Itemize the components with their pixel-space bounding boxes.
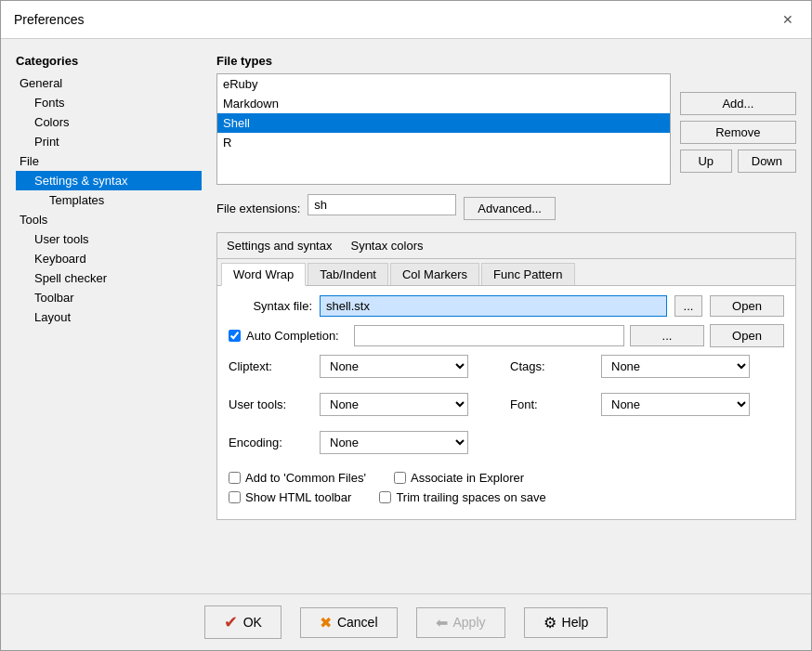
file-types-section: File types eRuby Markdown Shell R Add...… [216, 54, 796, 185]
up-button[interactable]: Up [680, 150, 732, 173]
file-list-container: eRuby Markdown Shell R [216, 73, 671, 185]
syntax-file-open-button[interactable]: Open [710, 295, 784, 317]
auto-completion-open-button[interactable]: Open [710, 324, 784, 347]
cancel-label: Cancel [337, 615, 378, 630]
settings-syntax-area: Settings and syntax Syntax colors Word W… [216, 232, 796, 520]
close-button[interactable]: ✕ [778, 10, 798, 29]
ctags-select[interactable]: None [601, 355, 750, 378]
cliptext-select[interactable]: None [320, 355, 468, 378]
apply-icon: ⬅ [436, 614, 448, 631]
add-common-files-item: Add to 'Common Files' [229, 471, 366, 485]
file-list-item-shell[interactable]: Shell [217, 113, 670, 133]
add-common-files-checkbox[interactable] [229, 472, 241, 484]
syntax-file-browse-button[interactable]: ... [674, 295, 702, 317]
apply-label: Apply [453, 615, 486, 630]
file-list-item-r[interactable]: R [217, 133, 670, 152]
ok-label: OK [243, 615, 262, 630]
trim-trailing-checkbox[interactable] [379, 491, 391, 503]
tab-func-pattern[interactable]: Func Pattern [481, 263, 574, 285]
tree-item-general[interactable]: General [16, 73, 202, 93]
font-select[interactable]: None [601, 393, 750, 416]
trim-trailing-item: Trim trailing spaces on save [379, 490, 545, 504]
ok-button[interactable]: ✔ OK [204, 605, 282, 639]
add-button[interactable]: Add... [680, 92, 796, 115]
show-html-toolbar-label: Show HTML toolbar [245, 490, 351, 504]
auto-completion-row: Auto Completion: ... Open [229, 324, 784, 347]
associate-explorer-checkbox[interactable] [394, 472, 406, 484]
ctags-label: Ctags: [510, 359, 594, 373]
help-label: Help [562, 615, 589, 630]
tab-col-markers[interactable]: Col Markers [390, 263, 479, 285]
file-types-header: File types [216, 54, 796, 68]
tree-item-settings-syntax[interactable]: Settings & syntax [16, 171, 202, 190]
tree-item-colors[interactable]: Colors [16, 112, 202, 132]
show-html-toolbar-item: Show HTML toolbar [229, 490, 351, 504]
syntax-file-input[interactable] [320, 295, 667, 317]
tree-item-layout[interactable]: Layout [16, 307, 202, 327]
font-label: Font: [510, 397, 594, 411]
tab-content: Syntax file: ... Open Auto Completion: .… [217, 286, 795, 519]
preferences-dialog: Preferences ✕ Categories General Fonts C… [0, 0, 812, 651]
help-button[interactable]: ⚙ Help [524, 607, 609, 638]
cliptext-row: Cliptext: None [229, 355, 503, 378]
cancel-button[interactable]: ✖ Cancel [300, 607, 398, 638]
user-tools-label: User tools: [229, 397, 312, 411]
show-html-toolbar-checkbox[interactable] [229, 491, 241, 503]
syntax-file-label: Syntax file: [229, 299, 312, 313]
title-bar: Preferences ✕ [1, 1, 811, 39]
user-tools-select[interactable]: None [320, 393, 468, 416]
tree-item-keyboard[interactable]: Keyboard [16, 249, 202, 268]
tree-item-user-tools[interactable]: User tools [16, 229, 202, 249]
right-panel: File types eRuby Markdown Shell R Add...… [216, 54, 796, 579]
auto-completion-label: Auto Completion: [246, 329, 348, 343]
cancel-icon: ✖ [320, 614, 332, 631]
auto-completion-input[interactable] [354, 325, 624, 346]
encoding-label: Encoding: [229, 436, 312, 449]
footer: ✔ OK ✖ Cancel ⬅ Apply ⚙ Help [1, 593, 811, 650]
file-list-item-markdown[interactable]: Markdown [217, 94, 670, 113]
syntax-file-row: Syntax file: ... Open [229, 295, 784, 317]
associate-explorer-item: Associate in Explorer [394, 471, 524, 485]
user-tools-row: User tools: None [229, 393, 503, 416]
down-button[interactable]: Down [738, 150, 796, 173]
auto-completion-checkbox[interactable] [229, 330, 241, 342]
font-row: Font: None [510, 393, 784, 416]
syntax-colors-tab-label[interactable]: Syntax colors [341, 233, 432, 258]
file-type-buttons: Add... Remove Up Down [680, 73, 796, 185]
tab-word-wrap[interactable]: Word Wrap [221, 263, 306, 286]
settings-tab-header: Settings and syntax Syntax colors [217, 233, 795, 259]
tree-item-file[interactable]: File [16, 151, 202, 171]
file-extensions-label: File extensions: [216, 202, 300, 215]
help-icon: ⚙ [544, 614, 557, 631]
tree-item-tools[interactable]: Tools [16, 210, 202, 229]
categories-panel: Categories General Fonts Colors Print Fi… [16, 54, 202, 579]
settings-tab-label: Settings and syntax [217, 233, 341, 258]
trim-trailing-label: Trim trailing spaces on save [396, 490, 545, 504]
encoding-row: Encoding: None [229, 431, 503, 454]
tree-item-templates[interactable]: Templates [16, 190, 202, 210]
file-types-content: eRuby Markdown Shell R Add... Remove Up … [216, 73, 796, 185]
categories-header: Categories [16, 54, 202, 68]
main-content: Categories General Fonts Colors Print Fi… [1, 39, 811, 593]
tree-item-fonts[interactable]: Fonts [16, 93, 202, 112]
cliptext-label: Cliptext: [229, 359, 312, 373]
file-extensions-input[interactable] [308, 194, 456, 215]
associate-explorer-label: Associate in Explorer [411, 471, 524, 485]
remove-button[interactable]: Remove [680, 121, 796, 144]
tab-tab-indent[interactable]: Tab/Indent [308, 263, 388, 285]
add-common-files-label: Add to 'Common Files' [245, 471, 366, 485]
dialog-title: Preferences [14, 12, 84, 27]
advanced-button[interactable]: Advanced... [464, 197, 556, 220]
file-list-item-eruby[interactable]: eRuby [217, 74, 670, 94]
tree-item-spell-checker[interactable]: Spell checker [16, 268, 202, 288]
dropdowns-grid: Cliptext: None Ctags: None U [229, 355, 784, 462]
apply-button[interactable]: ⬅ Apply [416, 607, 505, 638]
ok-icon: ✔ [224, 612, 238, 632]
auto-completion-browse-button[interactable]: ... [630, 325, 704, 346]
sub-tabs-bar: Word Wrap Tab/Indent Col Markers Func Pa… [217, 259, 795, 286]
encoding-select[interactable]: None [320, 431, 468, 454]
file-list[interactable]: eRuby Markdown Shell R [216, 73, 671, 185]
checkboxes-row-1: Add to 'Common Files' Associate in Explo… [229, 471, 784, 485]
tree-item-toolbar[interactable]: Toolbar [16, 288, 202, 307]
tree-item-print[interactable]: Print [16, 132, 202, 151]
